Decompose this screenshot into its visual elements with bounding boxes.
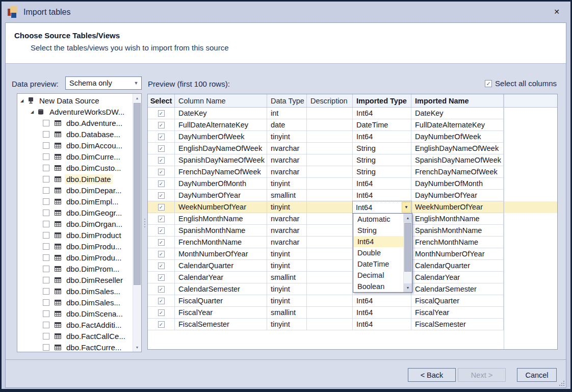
row-select-checkbox[interactable]: ✓ [158, 216, 165, 222]
row-select-checkbox[interactable]: ✓ [158, 309, 165, 316]
tree-item-checkbox[interactable] [43, 243, 49, 250]
cell-description[interactable] [307, 108, 353, 119]
cell-description[interactable] [307, 319, 353, 330]
expander-icon[interactable]: ◢ [20, 98, 27, 103]
dropdown-scrollbar-thumb[interactable] [404, 223, 411, 272]
cell-description[interactable] [307, 272, 353, 283]
data-preview-select[interactable]: Schema only ▼ [65, 76, 142, 90]
next-button[interactable]: Next > [458, 368, 506, 382]
dropdown-scrollbar[interactable]: ▲ ▼ [403, 214, 412, 292]
tree-item-label[interactable]: dbo.DimProm... [65, 264, 121, 274]
scroll-up-icon[interactable]: ▲ [133, 94, 141, 102]
cell-column-name[interactable]: SpanishDayNameOfWeek [175, 154, 267, 166]
cell-description[interactable] [307, 237, 353, 248]
tree-item-table[interactable]: dbo.DimDepar... [17, 185, 133, 196]
row-select-checkbox[interactable]: ✓ [158, 110, 165, 117]
dropdown-option[interactable]: Automatic [353, 214, 403, 225]
cell-imported-name[interactable]: EnglishDayNameOfWeek [411, 143, 504, 154]
cell-data-type[interactable]: tinyint [267, 260, 307, 272]
cell-imported-type[interactable]: Int64 [353, 307, 411, 319]
tree-item-checkbox[interactable] [43, 142, 49, 149]
cell-data-type[interactable]: nvarchar [267, 213, 307, 225]
row-select-checkbox[interactable]: ✓ [158, 298, 165, 304]
cell-column-name[interactable]: FiscalSemester [175, 319, 267, 330]
cell-data-type[interactable]: smallint [267, 307, 307, 319]
tree-item-label[interactable]: dbo.DimSales... [65, 286, 122, 296]
scroll-up-icon[interactable]: ▲ [404, 214, 412, 222]
scroll-down-icon[interactable]: ▼ [133, 343, 141, 352]
row-select-checkbox[interactable]: ✓ [158, 134, 165, 140]
tree-item-table[interactable]: dbo.DimCusto... [17, 162, 133, 173]
tree-item-table[interactable]: dbo.FactCallCe... [17, 330, 133, 342]
tree-item-label[interactable]: dbo.Database... [65, 129, 122, 139]
table-row[interactable]: ✓DayNumberOfMonthtinyintInt64DayNumberOf… [148, 178, 557, 190]
cell-imported-type[interactable]: DateTime [353, 119, 411, 131]
tree-item-checkbox[interactable] [43, 322, 49, 328]
cell-select[interactable]: ✓ [148, 166, 175, 178]
cell-description[interactable] [307, 166, 353, 178]
cell-imported-name[interactable]: DateKey [411, 108, 504, 119]
table-row[interactable]: ✓DayNumberOfWeektinyintInt64DayNumberOfW… [148, 131, 557, 143]
cell-column-name[interactable]: WeekNumberOfYear [175, 201, 267, 213]
cell-select[interactable]: ✓ [148, 225, 175, 237]
cell-imported-type[interactable]: Int64 [353, 319, 411, 330]
tree-item-table[interactable]: dbo.DimOrgan... [17, 218, 133, 229]
cell-select[interactable]: ✓ [148, 272, 175, 283]
scroll-down-icon[interactable]: ▼ [404, 283, 412, 292]
tree-item-checkbox[interactable] [43, 120, 49, 126]
dropdown-option[interactable]: String [353, 225, 403, 236]
tree-item-label[interactable]: dbo.DimSales... [65, 298, 122, 307]
row-select-checkbox[interactable]: ✓ [158, 145, 165, 152]
cell-column-name[interactable]: DayNumberOfMonth [175, 178, 267, 190]
table-row[interactable]: ✓FiscalYearsmallintInt64FiscalYear [148, 307, 557, 319]
table-row[interactable]: ✓SpanishDayNameOfWeeknvarcharStringSpani… [148, 154, 557, 166]
tree-item-label[interactable]: dbo.Adventure... [65, 118, 124, 128]
tree-item-checkbox[interactable] [43, 153, 49, 160]
tree-item-label[interactable]: dbo.FactCallCe... [65, 331, 127, 341]
cell-imported-type[interactable]: String [353, 143, 411, 154]
tree-item-label[interactable]: dbo.DimAccou... [65, 141, 124, 150]
cell-description[interactable] [307, 143, 353, 154]
cell-select[interactable]: ✓ [148, 119, 175, 131]
row-select-checkbox[interactable]: ✓ [158, 227, 165, 234]
cell-data-type[interactable]: smallint [267, 190, 307, 201]
tree-item-checkbox[interactable] [43, 266, 49, 272]
tree-item-label[interactable]: dbo.DimProdu... [65, 253, 123, 263]
tree-item-label[interactable]: dbo.DimDate [65, 174, 113, 184]
dropdown-option[interactable]: Decimal [353, 270, 403, 281]
tree-item-label[interactable]: dbo.DimCurre... [65, 152, 122, 162]
cell-column-name[interactable]: FullDateAlternateKey [175, 119, 267, 131]
cell-imported-name[interactable]: FullDateAlternateKey [411, 119, 504, 131]
tree-item-table[interactable]: dbo.DimDate [17, 173, 133, 185]
cell-imported-name[interactable]: SpanishDayNameOfWeek [411, 154, 504, 166]
tree-item-table[interactable]: dbo.DimProm... [17, 263, 133, 274]
row-select-checkbox[interactable]: ✓ [158, 157, 165, 164]
cell-select[interactable]: ✓ [148, 283, 175, 295]
cell-select[interactable]: ✓ [148, 237, 175, 248]
tree-item-label[interactable]: dbo.DimScena... [65, 309, 124, 319]
row-select-checkbox[interactable]: ✓ [158, 274, 165, 281]
cell-data-type[interactable]: tinyint [267, 319, 307, 330]
tree-scrollbar-thumb[interactable] [134, 103, 141, 285]
cell-imported-name[interactable]: WeekNumberOfYear [411, 201, 504, 213]
row-select-checkbox[interactable]: ✓ [158, 321, 165, 328]
tree-item-label[interactable]: dbo.DimProduct [65, 230, 123, 240]
tree-item-label[interactable]: dbo.DimGeogr... [65, 208, 123, 218]
cell-select[interactable]: ✓ [148, 295, 175, 307]
cell-imported-type[interactable]: Int64 [353, 108, 411, 119]
tree-item-label[interactable]: dbo.DimCusto... [65, 163, 123, 173]
cell-imported-name[interactable]: MonthNumberOfYear [411, 248, 504, 260]
cell-imported-name[interactable]: FiscalQuarter [411, 295, 504, 307]
cell-data-type[interactable]: tinyint [267, 248, 307, 260]
row-select-checkbox[interactable]: ✓ [158, 180, 165, 187]
tree-item-label[interactable]: dbo.FactAdditi... [65, 320, 123, 330]
row-select-checkbox[interactable]: ✓ [158, 192, 165, 199]
cell-imported-type[interactable]: String [353, 166, 411, 178]
cell-description[interactable] [307, 119, 353, 131]
cell-imported-name[interactable]: DayNumberOfMonth [411, 178, 504, 190]
cell-data-type[interactable]: nvarchar [267, 143, 307, 154]
cell-column-name[interactable]: FiscalYear [175, 307, 267, 319]
tree-item-checkbox[interactable] [43, 165, 49, 171]
cell-imported-name[interactable]: SpanishMonthName [411, 225, 504, 237]
cell-select[interactable]: ✓ [148, 154, 175, 166]
